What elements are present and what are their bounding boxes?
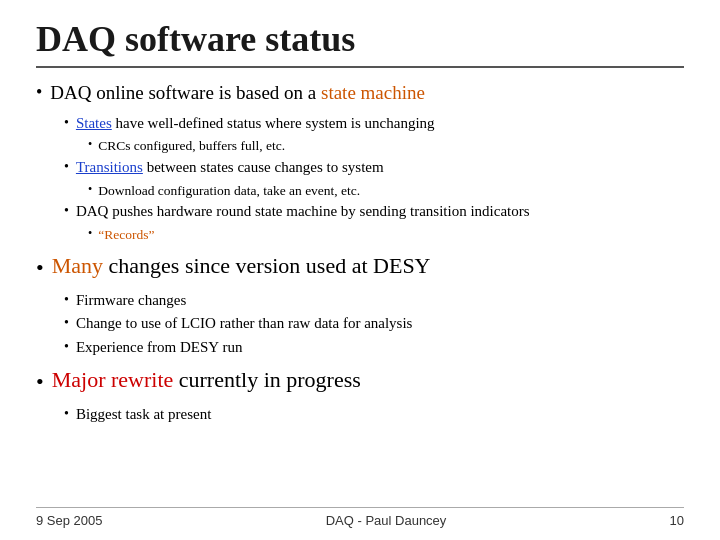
bullet-3: • [36,365,44,398]
many-highlight: Many [52,253,103,278]
many-changes-sub: • Firmware changes • Change to use of LC… [36,290,684,359]
transitions-item: • Transitions between states cause chang… [64,157,684,179]
records-item: • “Records” [88,225,684,245]
transitions-highlight: Transitions [76,159,143,175]
bullet-download: • [88,181,92,198]
bullet-1: • [36,80,42,105]
lcio-item: • Change to use of LCIO rather than raw … [64,313,684,335]
section-2-text: Many changes since version used at DESY [52,251,431,281]
bullet-crcs: • [88,136,92,153]
bullet-transitions: • [64,157,69,177]
state-machine-highlight: state machine [321,82,425,103]
firmware-text: Firmware changes [76,290,186,312]
section-2: • Many changes since version used at DES… [36,251,684,284]
section-3: • Major rewrite currently in progress [36,365,684,398]
bullet-records: • [88,225,92,242]
section-1: • DAQ online software is based on a stat… [36,80,684,107]
biggest-task-item: • Biggest task at present [64,404,684,426]
bullet-desy: • [64,337,69,357]
states-highlight: States [76,115,112,131]
download-text: Download configuration data, take an eve… [98,181,360,201]
records-sub: • “Records” [64,225,684,245]
bullet-2: • [36,251,44,284]
desy-text: Experience from DESY run [76,337,242,359]
states-item: • States have well-defined status where … [64,113,684,135]
slide-title: DAQ software status [36,18,684,68]
crcs-text: CRCs configured, buffers full, etc. [98,136,285,156]
footer-page: 10 [670,513,684,528]
section-1-text: DAQ online software is based on a state … [50,80,425,107]
bullet-daq-pushes: • [64,201,69,221]
lcio-text: Change to use of LCIO rather than raw da… [76,313,413,335]
bullet-states: • [64,113,69,133]
daq-pushes-text: DAQ pushes hardware round state machine … [76,201,530,223]
bullet-lcio: • [64,313,69,333]
firmware-item: • Firmware changes [64,290,684,312]
section-3-text: Major rewrite currently in progress [52,365,361,395]
footer-date: 9 Sep 2005 [36,513,103,528]
crcs-item: • CRCs configured, buffers full, etc. [88,136,684,156]
slide-content: • DAQ online software is based on a stat… [36,80,684,507]
slide: DAQ software status • DAQ online softwar… [0,0,720,540]
bullet-firmware: • [64,290,69,310]
footer-center: DAQ - Paul Dauncey [326,513,447,528]
biggest-task-text: Biggest task at present [76,404,211,426]
daq-pushes-item: • DAQ pushes hardware round state machin… [64,201,684,223]
slide-footer: 9 Sep 2005 DAQ - Paul Dauncey 10 [36,507,684,528]
states-text: States have well-defined status where sy… [76,113,435,135]
records-text: “Records” [98,225,154,245]
major-rewrite-highlight: Major rewrite [52,367,174,392]
states-sub: • CRCs configured, buffers full, etc. [64,136,684,156]
states-section: • States have well-defined status where … [36,113,684,245]
download-item: • Download configuration data, take an e… [88,181,684,201]
desy-item: • Experience from DESY run [64,337,684,359]
bullet-biggest-task: • [64,404,69,424]
transitions-sub: • Download configuration data, take an e… [64,181,684,201]
transitions-text: Transitions between states cause changes… [76,157,384,179]
major-rewrite-sub: • Biggest task at present [36,404,684,426]
